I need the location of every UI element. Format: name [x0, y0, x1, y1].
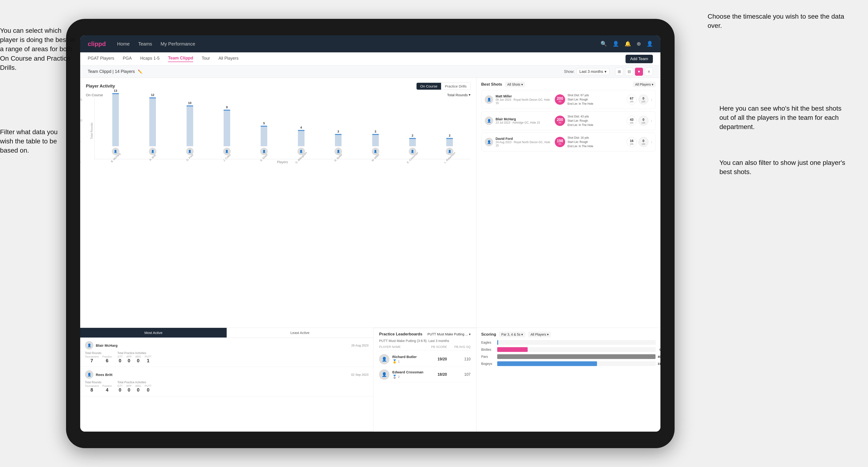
edit-icon[interactable]: ✏️ [138, 69, 143, 74]
timescale-dropdown[interactable]: Last 3 months ▾ [577, 68, 610, 75]
players-filter[interactable]: All Players ▾ [633, 82, 656, 87]
scoring-filter-2[interactable]: All Players ▾ [528, 332, 551, 337]
lb-pb-2: 18/20 [423, 372, 447, 377]
shot-badge-3: 198 SG [555, 137, 565, 147]
view-list-icon[interactable]: ⊟ [625, 68, 633, 76]
bar-5 [298, 130, 305, 146]
bar-chart-wrapper: 15 10 5 0 Total Rounds 13 👤 B. McHarg [86, 98, 470, 164]
label-bogeys: Bogeys [481, 362, 495, 366]
view-menu-icon[interactable]: ≡ [645, 68, 653, 76]
lb-avg-1: 110 [447, 357, 470, 361]
most-active-tab[interactable]: Most Active [80, 328, 227, 338]
silver-medal-icon: 🥈 [392, 375, 397, 379]
active-date-1: 26 Aug 2023 [351, 344, 368, 347]
tab-hcaps[interactable]: Hcaps 1-5 [140, 56, 159, 62]
left-panel: Player Activity On Course Practice Drill… [80, 78, 476, 432]
show-text: Show: [564, 69, 574, 74]
nav-link-home[interactable]: Home [117, 41, 130, 47]
tab-pga[interactable]: PGA [123, 56, 132, 62]
best-shots-header: Best Shots All Shots ▾ All Players ▾ [481, 82, 656, 87]
shots-filter[interactable]: All Shots ▾ [505, 82, 525, 87]
on-course-toggle[interactable]: On Course [416, 83, 441, 90]
search-icon[interactable]: 🔍 [600, 41, 607, 47]
bar-2 [187, 105, 193, 146]
plus-icon[interactable]: ⊕ [637, 41, 641, 47]
scoring-row-bogeys: Bogeys 315 [481, 361, 656, 366]
bar-chart: 13 👤 B. McHarg 12 👤 R. Britt [94, 98, 470, 159]
gold-medal-icon: 🥇 [392, 359, 397, 364]
active-name-1: Blair McHarg [96, 343, 118, 347]
annotation-right-shots: Here you can see who's hit the best shot… [719, 104, 851, 132]
bar-8 [409, 138, 416, 146]
best-shots-section: Best Shots All Shots ▾ All Players ▾ [476, 78, 660, 328]
nav-link-performance[interactable]: My Performance [161, 41, 195, 47]
view-heart-icon[interactable]: ♥ [635, 68, 643, 76]
bar-group-0: 13 👤 B. McHarg [97, 89, 134, 159]
bar-wrap-bogeys: 315 [497, 361, 656, 366]
chevron-right-icon: › [651, 118, 652, 123]
annotation-right-filter: You can also filter to show just one pla… [719, 158, 851, 177]
practice-drills-toggle[interactable]: Practice Drills [441, 83, 470, 90]
team-header: Team Clippd | 14 Players ✏️ Show: Last 3… [80, 66, 660, 78]
col-player-name: PLAYER NAME [379, 345, 423, 349]
bar-fill-birdies [497, 347, 528, 352]
view-grid-icon[interactable]: ⊞ [615, 68, 623, 76]
lb-name-1: Richard Butler [392, 355, 423, 359]
bar-fill-pars [497, 354, 655, 359]
shot-card-2[interactable]: 👤 Blair McHarg 23 Jul 2023 · Ashridge GC… [481, 111, 656, 130]
bar-wrap-birdies: 96 [497, 347, 656, 352]
tablet-screen: clippd Home Teams My Performance 🔍 👤 🔔 ⊕… [80, 35, 660, 432]
bar-group-5: 4 👤 G. Billingham [283, 126, 319, 159]
practice-section: Practice Leaderboards PUTT Must Make Put… [373, 328, 476, 432]
chart-dropdown[interactable]: Total Rounds ▾ [447, 93, 470, 97]
players-filter-label: All Players [635, 83, 651, 86]
chart-dropdown-label: Total Rounds [447, 93, 468, 97]
bar-val-pars: 499 [658, 355, 660, 359]
practice-dropdown[interactable]: PUTT Must Make Putting ... ▾ [427, 332, 470, 336]
chevron-right-icon: › [651, 97, 652, 102]
lb-rank-1: 🥇 1 [392, 359, 423, 364]
lb-rank-2: 🥈 2 [392, 375, 423, 379]
best-shots-title: Best Shots [481, 82, 502, 87]
tab-team-clippd[interactable]: Team Clippd [168, 56, 193, 62]
users-icon[interactable]: 👤 [613, 41, 619, 47]
shot-card-1[interactable]: 👤 Matt Miller 09 Jun 2023 · Royal North … [481, 90, 656, 109]
bar-wrap-eagles: 3 [497, 340, 656, 345]
bar-group-2: 10 👤 D. Ford [171, 101, 208, 159]
show-label: Show: Last 3 months ▾ ⊞ ⊟ ♥ ≡ [564, 68, 653, 76]
shot-avatar-1: 👤 [485, 95, 493, 104]
bar-group-9: 2 👤 L. Robertson [431, 134, 468, 159]
shot-card-3[interactable]: 👤 David Ford 24 Aug 2023 · Royal North D… [481, 132, 656, 151]
annotation-left-top: You can select which player is doing the… [0, 26, 78, 72]
bar-val-bogeys: 315 [658, 362, 660, 366]
stat-pill-zero-1: 0 yds [639, 95, 648, 104]
nav-link-teams[interactable]: Teams [138, 41, 152, 47]
shot-stats-1: 67 yds 0 yds [627, 95, 648, 104]
y-axis-label: Total Rounds [90, 123, 93, 139]
shot-info-3: David Ford 24 Aug 2023 · Royal North Dev… [496, 137, 552, 147]
add-team-button[interactable]: Add Team [625, 55, 653, 63]
bar-wrap-pars: 499 [497, 354, 656, 359]
tablet-shell: clippd Home Teams My Performance 🔍 👤 🔔 ⊕… [66, 19, 675, 448]
main-content: Player Activity On Course Practice Drill… [80, 78, 660, 432]
lb-avatar-1: 👤 [379, 354, 390, 365]
timescale-value: Last 3 months [580, 69, 603, 74]
scoring-filter-2-label: All Players [530, 333, 546, 336]
nav-logo: clippd [88, 40, 106, 48]
active-avatar-2: 👤 [85, 370, 93, 379]
tab-tour[interactable]: Tour [202, 56, 210, 62]
avatar-icon[interactable]: 👤 [647, 41, 653, 47]
shot-stats-2: 43 yds 0 yds [627, 116, 648, 126]
lb-info-2: Edward Crossman 🥈 2 [392, 370, 423, 379]
tab-pgat-players[interactable]: PGAT Players [88, 56, 114, 62]
scoring-filter-1[interactable]: Par 3, 4 & 5s ▾ [499, 332, 525, 337]
tab-all-players[interactable]: All Players [218, 56, 239, 62]
chevron-down-icon: ▾ [652, 83, 653, 86]
bell-icon[interactable]: 🔔 [625, 41, 631, 47]
table-header: PLAYER NAME PB SCORE PB AVG SQ [379, 345, 470, 350]
top-nav: clippd Home Teams My Performance 🔍 👤 🔔 ⊕… [80, 35, 660, 52]
shot-avatar-3: 👤 [485, 138, 493, 146]
least-active-tab[interactable]: Least Active [227, 328, 373, 338]
middle-section: Most Active Least Active 👤 Blair McHarg … [80, 328, 476, 432]
bar-fill-eagles [497, 340, 498, 345]
